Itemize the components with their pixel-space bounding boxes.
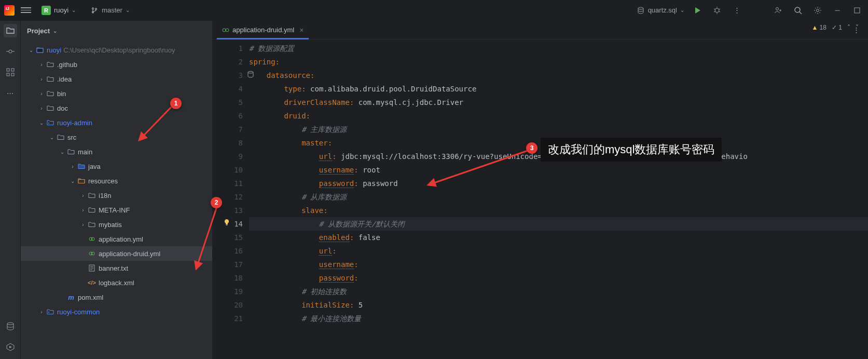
svg-rect-15 [78,180,85,183]
code-line[interactable]: slave: [249,204,868,217]
tree-row[interactable]: ›bin [21,86,212,101]
code-line[interactable]: username: root [249,163,868,177]
git-branch-selector[interactable]: master ⌄ [86,5,134,16]
svg-point-2 [776,7,779,10]
code-line[interactable]: password: password [249,177,868,190]
expand-arrow-icon[interactable]: ⌄ [27,47,35,53]
chevron-down-icon: ⌄ [126,7,130,13]
expand-arrow-icon[interactable]: › [68,164,77,169]
tree-row[interactable]: ›i18n [21,188,212,203]
left-tool-strip: ⋯ [0,21,21,359]
tree-row[interactable]: ⌄src [21,130,212,144]
editor-tab[interactable]: application-druid.yml × [217,21,309,39]
settings-button[interactable] [811,4,824,17]
code-line[interactable]: enabled: false [249,231,868,244]
code-with-me-button[interactable] [771,4,785,17]
code-line[interactable]: # 初始连接数 [249,285,868,298]
tree-row[interactable]: banner.txt [21,261,212,275]
tree-row[interactable]: ⌄ruoyi-admin [21,115,212,130]
code-line[interactable]: datasource: [249,69,868,82]
expand-arrow-icon[interactable]: › [37,62,46,68]
expand-arrow-icon[interactable]: ⌄ [68,178,77,184]
code-content[interactable]: # 数据源配置spring: datasource: type: com.ali… [249,39,868,359]
folder-icon [87,221,97,228]
project-tool-button[interactable] [4,24,17,37]
intention-bulb-icon[interactable] [223,219,230,226]
more-tools-button[interactable]: ⋯ [4,86,17,100]
tree-label: ruoyi [47,46,61,54]
code-line[interactable]: driverClassName: com.mysql.cj.jdbc.Drive… [249,96,868,109]
code-line[interactable]: # 从库数据源 [249,190,868,204]
run-configuration[interactable]: quartz.sql ⌄ [637,6,684,15]
tree-row[interactable]: ›ruoyi-common [21,304,212,319]
tree-label: main [78,148,92,156]
tree-row[interactable]: ›mybatis [21,217,212,232]
code-line[interactable]: password: [249,271,868,285]
code-line[interactable]: # 从数据源开关/默认关闭 [249,217,868,231]
tree-row[interactable]: application-druid.yml [21,246,212,261]
main-menu-button[interactable] [21,5,31,16]
commit-tool-button[interactable] [4,45,17,58]
tree-row[interactable]: application.yml [21,232,212,246]
annotation-badge-1: 1 [170,98,182,109]
project-name: ruoyi [54,6,68,14]
debug-button[interactable] [710,4,724,17]
tree-row[interactable]: ›java [21,159,212,174]
tree-root[interactable]: ⌄ ruoyi C:\Users\qcl\Desktop\springboot\… [21,43,212,57]
code-line[interactable]: # 主库数据源 [249,123,868,136]
expand-arrow-icon[interactable]: › [79,207,87,213]
expand-arrow-icon[interactable]: › [79,193,87,198]
svg-point-3 [795,7,800,12]
code-line[interactable]: initialSize: 5 [249,298,868,312]
editor-body[interactable]: 123456789101112131415161718192021 # 数据源配… [213,39,868,359]
code-line[interactable]: # 数据源配置 [249,42,868,55]
minimize-button[interactable]: ─ [831,4,844,17]
expand-arrow-icon[interactable]: ⌄ [48,135,56,140]
tree-row[interactable]: ⌄resources [21,174,212,188]
maximize-button[interactable] [850,4,864,17]
expand-arrow-icon[interactable]: ⌄ [58,149,66,155]
tree-row[interactable]: </>logback.xml [21,275,212,290]
tree-row[interactable]: mpom.xml [21,290,212,304]
collapse-icon[interactable]: ˄ [847,24,850,31]
code-line[interactable]: # 最小连接池数量 [249,312,868,325]
expand-arrow-icon[interactable]: › [37,309,46,315]
project-badge-icon: R [42,6,51,15]
run-button[interactable] [691,4,704,17]
code-line[interactable]: druid: [249,109,868,123]
expand-arrow-icon[interactable]: ⌄ [37,120,46,126]
tree-row[interactable]: ›META-INF [21,203,212,217]
annotation-tooltip: 改成我们的mysql数据库账号密码 [541,138,722,162]
expand-arrow-icon[interactable]: › [37,91,46,97]
tree-row[interactable]: ›.idea [21,72,212,86]
more-actions-button[interactable]: ⋮ [730,4,743,17]
svg-point-23 [226,29,229,32]
project-selector[interactable]: R ruoyi ⌄ [37,4,80,17]
code-line[interactable]: spring: [249,55,868,69]
services-tool-button[interactable] [4,340,17,354]
database-tool-button[interactable] [4,320,17,333]
tree-row[interactable]: ›doc [21,101,212,115]
search-everywhere-button[interactable] [791,4,805,17]
tree-label: src [67,134,76,141]
expand-arrow-icon[interactable]: › [37,105,46,111]
close-tab-button[interactable]: × [299,26,304,34]
code-line[interactable]: username: [249,258,868,271]
expand-arrow-icon[interactable]: › [79,222,87,228]
tree-row[interactable]: ⌄main [21,144,212,159]
inspection-widget[interactable]: ▲ 18 ✓ 1 ˄ ˅ [811,24,859,31]
branch-name: master [102,6,122,14]
tree-row[interactable]: ›.github [21,57,212,72]
expand-icon[interactable]: ˅ [856,24,859,31]
tree-label: ruoyi-admin [57,119,92,127]
yml-icon [87,250,97,257]
project-tree[interactable]: ⌄ ruoyi C:\Users\qcl\Desktop\springboot\… [21,41,212,359]
code-line[interactable]: type: com.alibaba.druid.pool.DruidDataSo… [249,82,868,96]
database-gutter-icon[interactable] [247,71,254,78]
svg-point-0 [638,7,643,9]
structure-tool-button[interactable] [4,65,17,79]
code-line[interactable]: url: [249,244,868,258]
sidebar-header[interactable]: Project ⌄ [21,21,212,41]
expand-arrow-icon[interactable]: › [37,76,46,82]
svg-point-24 [248,71,253,73]
